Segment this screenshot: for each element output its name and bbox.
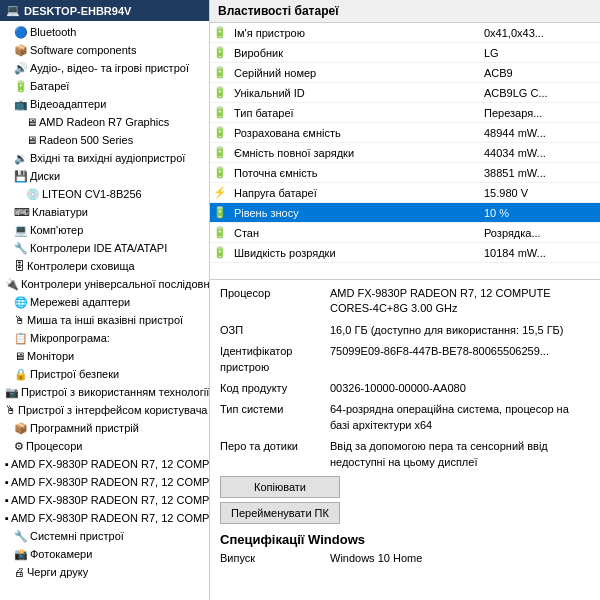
battery-row[interactable]: 🔋Ім'я пристрою0x41,0x43... (210, 23, 600, 43)
tree-item-batteries[interactable]: 🔋Батареї (0, 77, 209, 95)
tree-indent (2, 78, 14, 94)
tree-indent (2, 150, 14, 166)
battery-row-icon: 🔋 (210, 166, 230, 179)
tree-item-camera[interactable]: 📸Фотокамери (0, 545, 209, 563)
battery-row[interactable]: 🔋Тип батареїПерезаря... (210, 103, 600, 123)
windows-info-label: Випуск (220, 551, 330, 566)
battery-row[interactable]: 🔋Ємність повної зарядки44034 mW... (210, 143, 600, 163)
battery-row[interactable]: ⚡Напруга батареї15.980 V (210, 183, 600, 203)
tree-item-icon: 🔉 (14, 150, 28, 166)
windows-info-value: Windows 10 Home (330, 551, 590, 566)
rename-pc-button[interactable]: Перейменувати ПК (220, 502, 340, 524)
tree-item-bluetooth[interactable]: 🔵Bluetooth (0, 23, 209, 41)
tree-item-icon: 🔌 (5, 276, 19, 292)
tree-item-hid[interactable]: 🖱Пристрої з інтерфейсом користувача (0, 401, 209, 419)
tree-item-cpu4[interactable]: ▪AMD FX-9830P RADEON R7, 12 COMPUTE CORE… (0, 509, 209, 527)
tree-item-keyboards[interactable]: ⌨Клавіатури (0, 203, 209, 221)
tree-item-usb[interactable]: 🔌Контролери універсальної послідовної ши… (0, 275, 209, 293)
tree-item-liteon[interactable]: 💿LITEON CV1-8B256 (0, 185, 209, 203)
battery-row[interactable]: 🔋Розрахована ємність48944 mW... (210, 123, 600, 143)
battery-row[interactable]: 🔋СтанРозрядка... (210, 223, 600, 243)
tree-item-icon: 🖥 (26, 114, 37, 130)
copy-button[interactable]: Копіювати (220, 476, 340, 498)
sysinfo-label: Перо та дотики (220, 439, 330, 470)
tree-item-icon: 🔋 (14, 78, 28, 94)
battery-prop-name: Унікальний ID (230, 85, 480, 101)
tree-item-audio2[interactable]: 🔉Вхідні та вихідні аудіопристрої (0, 149, 209, 167)
tree-item-security[interactable]: 🔒Пристрої безпеки (0, 365, 209, 383)
battery-row[interactable]: 🔋Поточна ємність38851 mW... (210, 163, 600, 183)
sysinfo-value: 64-розрядна операційна система, процесор… (330, 402, 590, 433)
battery-row[interactable]: 🔋Унікальний IDACB9LG C... (210, 83, 600, 103)
tree-item-icon: 💿 (26, 186, 40, 202)
tree-item-amd-r7[interactable]: 🖥AMD Radeon R7 Graphics (0, 113, 209, 131)
sysinfo-row: Перо та дотикиВвід за допомогою пера та … (220, 439, 590, 470)
sysinfo-row: Ідентифікатор пристрою75099E09-86F8-447B… (220, 344, 590, 375)
battery-prop-value: ACB9LG C... (480, 85, 600, 101)
tree-item-label: AMD FX-9830P RADEON R7, 12 COMPUTE CORES… (11, 474, 209, 490)
battery-prop-value: 15.980 V (480, 185, 600, 201)
tree-item-cpu3[interactable]: ▪AMD FX-9830P RADEON R7, 12 COMPUTE CORE… (0, 491, 209, 509)
battery-prop-name: Ім'я пристрою (230, 25, 480, 41)
tree-indent (2, 222, 14, 238)
tree-item-icon: ▪ (5, 474, 9, 490)
battery-prop-name: Розрахована ємність (230, 125, 480, 141)
tree-item-biometric[interactable]: 📷Пристрої з використанням технології пам… (0, 383, 209, 401)
tree-item-processors[interactable]: ⚙Процесори (0, 437, 209, 455)
battery-prop-name: Виробник (230, 45, 480, 61)
tree-item-monitors[interactable]: 🖥Монітори (0, 347, 209, 365)
battery-prop-value: 44034 mW... (480, 145, 600, 161)
tree-indent (2, 564, 14, 580)
tree-item-disks[interactable]: 💾Диски (0, 167, 209, 185)
tree-item-icon: 🖥 (14, 348, 25, 364)
tree-indent (2, 294, 14, 310)
tree-item-icon: 📋 (14, 330, 28, 346)
tree-item-video[interactable]: 📺Відеоадаптери (0, 95, 209, 113)
device-tree[interactable]: 🔵Bluetooth 📦Software components 🔊Аудіо-,… (0, 21, 209, 600)
tree-indent (2, 96, 14, 112)
battery-row[interactable]: 🔋Швидкість розрядки10184 mW... (210, 243, 600, 263)
battery-prop-name: Швидкість розрядки (230, 245, 480, 261)
tree-item-cpu1[interactable]: ▪AMD FX-9830P RADEON R7, 12 COMPUTE CORE… (0, 455, 209, 473)
tree-item-audio[interactable]: 🔊Аудіо-, відео- та ігрові пристрої (0, 59, 209, 77)
battery-row[interactable]: 🔋ВиробникLG (210, 43, 600, 63)
tree-item-label: Процесори (26, 438, 82, 454)
tree-item-icon: 🗄 (14, 258, 25, 274)
tree-item-label: Пристрої з використанням технології пам'… (21, 384, 209, 400)
tree-item-label: Батареї (30, 78, 69, 94)
tree-item-print[interactable]: 🖨Черги друку (0, 563, 209, 581)
sysinfo-value: 00326-10000-00000-AA080 (330, 381, 590, 396)
sysinfo-value: AMD FX-9830P RADEON R7, 12 COMPUTE CORES… (330, 286, 590, 317)
battery-row[interactable]: 🔋Рівень зносу10 % (210, 203, 600, 223)
tree-item-label: Фотокамери (30, 546, 92, 562)
battery-row-icon: 🔋 (210, 126, 230, 139)
tree-item-ide[interactable]: 🔧Контролери IDE ATA/ATAPI (0, 239, 209, 257)
tree-item-storage[interactable]: 🗄Контролери сховища (0, 257, 209, 275)
battery-prop-value: 38851 mW... (480, 165, 600, 181)
battery-row-icon: 🔋 (210, 146, 230, 159)
tree-item-computer[interactable]: 💻Комп'ютер (0, 221, 209, 239)
tree-item-icon: ▪ (5, 510, 9, 526)
tree-item-mouse[interactable]: 🖱Миша та інші вказівні пристрої (0, 311, 209, 329)
battery-prop-name: Серійний номер (230, 65, 480, 81)
tree-item-label: Аудіо-, відео- та ігрові пристрої (30, 60, 189, 76)
battery-prop-value: Розрядка... (480, 225, 600, 241)
tree-item-icon: 📸 (14, 546, 28, 562)
tree-item-icon: ⚙ (14, 438, 24, 454)
tree-item-software2[interactable]: 📦Програмний пристрій (0, 419, 209, 437)
battery-row[interactable]: 🔋Серійний номерACB9 (210, 63, 600, 83)
tree-indent (2, 438, 14, 454)
tree-item-icon: ▪ (5, 456, 9, 472)
tree-item-net[interactable]: 🌐Мережеві адаптери (0, 293, 209, 311)
tree-item-radeon500[interactable]: 🖥Radeon 500 Series (0, 131, 209, 149)
tree-item-software[interactable]: 📦Software components (0, 41, 209, 59)
tree-item-icon: 🖨 (14, 564, 25, 580)
battery-header: Властивості батареї (210, 0, 600, 23)
tree-item-label: Комп'ютер (30, 222, 83, 238)
tree-item-label: Контролери сховища (27, 258, 135, 274)
tree-item-firmware[interactable]: 📋Мікропрограма: (0, 329, 209, 347)
tree-item-cpu2[interactable]: ▪AMD FX-9830P RADEON R7, 12 COMPUTE CORE… (0, 473, 209, 491)
tree-item-system[interactable]: 🔧Системні пристрої (0, 527, 209, 545)
battery-row-icon: 🔋 (210, 246, 230, 259)
tree-item-icon: 🌐 (14, 294, 28, 310)
